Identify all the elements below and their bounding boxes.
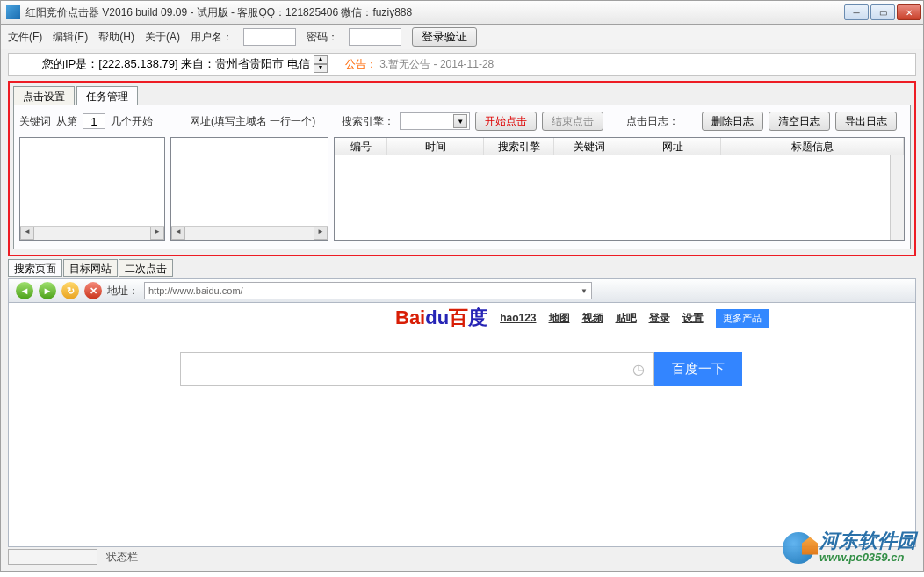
tab-task-management[interactable]: 任务管理 bbox=[76, 86, 138, 105]
log-grid[interactable]: 编号 时间 搜索引擎 关键词 网址 标题信息 bbox=[334, 137, 905, 241]
keyword-label: 关键词 bbox=[19, 114, 51, 129]
clear-log-button[interactable]: 清空日志 bbox=[769, 112, 830, 131]
start-click-button[interactable]: 开始点击 bbox=[475, 112, 537, 131]
notice-label: 公告： bbox=[345, 58, 377, 70]
menu-help[interactable]: 帮助(H) bbox=[98, 30, 134, 45]
tab-target-site[interactable]: 目标网站 bbox=[63, 259, 118, 277]
ip-spinner[interactable]: ▲ ▼ bbox=[314, 55, 328, 73]
statusbar: 状态栏 bbox=[8, 548, 916, 566]
camera-icon[interactable]: ◷ bbox=[632, 361, 645, 378]
nav-stop-button[interactable]: ✕ bbox=[84, 282, 102, 299]
minimize-button[interactable]: ─ bbox=[844, 4, 869, 20]
username-input[interactable] bbox=[243, 28, 296, 46]
col-id[interactable]: 编号 bbox=[335, 138, 387, 155]
titlebar: 红阳竞价点击器 V2016 build 09.09 - 试用版 - 客服QQ：1… bbox=[0, 0, 924, 25]
browser-view: Baidu百度 hao123 地图 视频 贴吧 登录 设置 更多产品 ◷ 百度一… bbox=[8, 303, 916, 547]
window-title: 红阳竞价点击器 V2016 build 09.09 - 试用版 - 客服QQ：1… bbox=[25, 5, 842, 20]
nav-back-button[interactable]: ◄ bbox=[16, 282, 33, 299]
password-label: 密码： bbox=[307, 30, 338, 45]
address-label: 地址： bbox=[107, 284, 139, 299]
search-engine-combo[interactable]: ▼ bbox=[400, 112, 470, 130]
tab-body: 关键词 从第 几个开始 网址(填写主域名 一行一个) 搜索引擎： ▼ 开始点击 … bbox=[13, 105, 911, 249]
ip-bar: 您的IP是：[222.85.138.79] 来自：贵州省贵阳市 电信 ▲ ▼ 公… bbox=[8, 53, 916, 76]
delete-log-button[interactable]: 删除日志 bbox=[702, 112, 763, 131]
controls-row: 关键词 从第 几个开始 网址(填写主域名 一行一个) 搜索引擎： ▼ 开始点击 … bbox=[19, 111, 905, 132]
col-title[interactable]: 标题信息 bbox=[721, 138, 904, 155]
stop-click-button[interactable]: 结束点击 bbox=[542, 112, 603, 131]
click-log-label: 点击日志： bbox=[626, 114, 679, 129]
top-tabs: 点击设置 任务管理 bbox=[13, 86, 911, 105]
status-segment bbox=[8, 549, 97, 565]
link-video[interactable]: 视频 bbox=[582, 311, 603, 326]
col-keyword[interactable]: 关键词 bbox=[554, 138, 624, 155]
notice: 公告： 3.暂无公告 - 2014-11-28 bbox=[345, 57, 494, 72]
maximize-button[interactable]: ▭ bbox=[870, 4, 895, 20]
menu-file[interactable]: 文件(F) bbox=[8, 30, 42, 45]
app-icon bbox=[6, 5, 20, 19]
close-button[interactable]: ✕ bbox=[897, 4, 921, 20]
bottom-tabs: 搜索页面 目标网站 二次点击 bbox=[8, 259, 916, 277]
grid-body bbox=[335, 155, 904, 240]
from-label: 从第 bbox=[56, 114, 77, 129]
menu-about[interactable]: 关于(A) bbox=[145, 30, 180, 45]
spin-up-icon[interactable]: ▲ bbox=[314, 55, 328, 64]
grid-header: 编号 时间 搜索引擎 关键词 网址 标题信息 bbox=[335, 138, 904, 155]
main-area: 您的IP是：[222.85.138.79] 来自：贵州省贵阳市 电信 ▲ ▼ 公… bbox=[0, 49, 924, 572]
link-more[interactable]: 更多产品 bbox=[716, 309, 769, 328]
notice-text: 3.暂无公告 - 2014-11-28 bbox=[379, 58, 494, 70]
hscroll[interactable]: ◄► bbox=[20, 226, 164, 240]
tab-click-settings[interactable]: 点击设置 bbox=[13, 86, 75, 105]
link-tieba[interactable]: 贴吧 bbox=[616, 311, 637, 326]
spin-down-icon[interactable]: ▼ bbox=[314, 64, 328, 73]
from-input[interactable] bbox=[83, 113, 105, 129]
baidu-search: ◷ 百度一下 bbox=[180, 352, 742, 386]
baidu-search-button[interactable]: 百度一下 bbox=[654, 352, 742, 386]
baidu-topbar: Baidu百度 hao123 地图 视频 贴吧 登录 设置 更多产品 bbox=[395, 305, 905, 331]
col-url[interactable]: 网址 bbox=[624, 138, 721, 155]
menubar: 文件(F) 编辑(E) 帮助(H) 关于(A) 用户名： 密码： 登录验证 bbox=[0, 25, 924, 49]
status-label: 状态栏 bbox=[99, 550, 145, 565]
url-label: 网址(填写主域名 一行一个) bbox=[190, 114, 315, 129]
username-label: 用户名： bbox=[191, 30, 233, 45]
col-engine[interactable]: 搜索引擎 bbox=[484, 138, 554, 155]
nav-forward-button[interactable]: ► bbox=[39, 282, 56, 299]
highlighted-region: 点击设置 任务管理 关键词 从第 几个开始 网址(填写主域名 一行一个) 搜索引… bbox=[8, 81, 916, 256]
baidu-logo: Baidu百度 bbox=[395, 305, 487, 331]
vscroll[interactable] bbox=[890, 155, 904, 240]
link-map[interactable]: 地图 bbox=[549, 311, 570, 326]
address-value: http://www.baidu.com/ bbox=[148, 285, 243, 296]
chevron-down-icon[interactable]: ▼ bbox=[581, 287, 588, 295]
link-login[interactable]: 登录 bbox=[649, 311, 670, 326]
link-settings[interactable]: 设置 bbox=[682, 311, 704, 326]
search-engine-label: 搜索引擎： bbox=[342, 114, 394, 129]
chevron-down-icon[interactable]: ▼ bbox=[453, 114, 467, 128]
url-listbox[interactable]: ◄► bbox=[170, 137, 328, 241]
tab-second-click[interactable]: 二次点击 bbox=[119, 259, 173, 277]
link-hao123[interactable]: hao123 bbox=[500, 312, 536, 324]
browser-toolbar: ◄ ► ↻ ✕ 地址： http://www.baidu.com/ ▼ bbox=[8, 278, 916, 303]
ip-text: 您的IP是：[222.85.138.79] 来自：贵州省贵阳市 电信 bbox=[16, 56, 310, 72]
export-log-button[interactable]: 导出日志 bbox=[835, 112, 897, 131]
window-controls: ─ ▭ ✕ bbox=[842, 4, 921, 20]
baidu-search-input[interactable]: ◷ bbox=[180, 352, 654, 386]
tab-search-page[interactable]: 搜索页面 bbox=[8, 259, 62, 277]
address-input[interactable]: http://www.baidu.com/ ▼ bbox=[144, 282, 592, 299]
keyword-listbox[interactable]: ◄► bbox=[19, 137, 165, 241]
login-button[interactable]: 登录验证 bbox=[412, 27, 477, 47]
hscroll[interactable]: ◄► bbox=[171, 226, 328, 240]
start-count-label: 几个开始 bbox=[111, 114, 153, 129]
nav-refresh-button[interactable]: ↻ bbox=[61, 282, 79, 299]
password-input[interactable] bbox=[349, 28, 401, 46]
three-columns: ◄► ◄► 编号 时间 搜索引擎 关键词 网址 标题信息 bbox=[19, 137, 905, 241]
col-time[interactable]: 时间 bbox=[387, 138, 484, 155]
menu-edit[interactable]: 编辑(E) bbox=[53, 30, 88, 45]
